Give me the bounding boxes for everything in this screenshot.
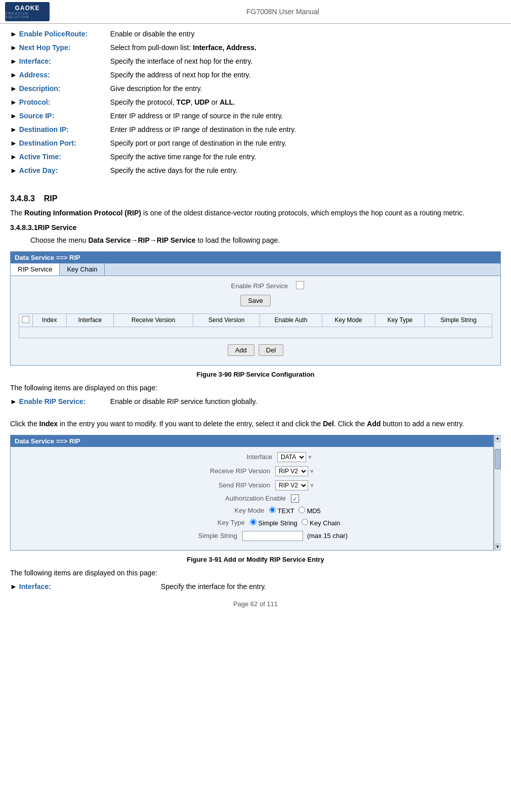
arrow-icon: ► bbox=[10, 97, 17, 108]
rip-table-wrap: Index Interface Receive Version Send Ver… bbox=[16, 310, 495, 341]
col-enable-auth: Enable Auth bbox=[260, 313, 322, 327]
simple-string-input[interactable] bbox=[242, 531, 303, 541]
fields-list: ► Enable PoliceRoute: Enable or disable … bbox=[10, 29, 501, 176]
form-row-key-type: Key Type Simple String Key Chain bbox=[16, 519, 488, 527]
interface-select[interactable]: DATA bbox=[277, 452, 306, 462]
field-label-7: Destination IP: bbox=[19, 124, 110, 135]
field-enable-rip: ► Enable RIP Service: Enable or disable … bbox=[10, 396, 501, 407]
key-mode-text-radio[interactable] bbox=[269, 507, 276, 513]
arrow-icon: ► bbox=[10, 138, 17, 149]
field-label-2: Interface: bbox=[19, 56, 110, 67]
field-interface-desc: Specify the interface for the entry. bbox=[161, 581, 501, 592]
arrow-icon: ► bbox=[10, 581, 17, 592]
key-type-simple-radio-label[interactable]: Simple String bbox=[250, 519, 297, 527]
simple-string-hint: (max 15 char) bbox=[307, 532, 348, 539]
col-interface: Interface bbox=[66, 313, 114, 327]
form-row-receive-version: Receive RIP Version RIP V2 ▼ bbox=[16, 466, 488, 476]
arrow-icon: ► bbox=[10, 111, 17, 121]
page-number: Page 62 of 111 bbox=[10, 600, 501, 608]
save-btn-row: Save bbox=[16, 295, 495, 306]
field-desc-0: Enable or disable the entry bbox=[110, 29, 501, 39]
field-desc-10: Specify the active days for the rule ent… bbox=[110, 165, 501, 176]
form-label-interface: Interface bbox=[191, 453, 272, 461]
logo-area: GAOKE CREATIVE SOLUTION bbox=[0, 0, 55, 23]
del-button[interactable]: Del bbox=[259, 344, 284, 356]
field-enable-rip-desc: Enable or disable RIP service function g… bbox=[110, 396, 501, 407]
save-button[interactable]: Save bbox=[240, 295, 271, 306]
form-label-key-mode: Key Mode bbox=[183, 507, 264, 514]
field-desc-1: Select from pull-down list: Interface, A… bbox=[110, 42, 501, 53]
col-receive-version: Receive Version bbox=[114, 313, 193, 327]
col-send-version: Send Version bbox=[193, 313, 260, 327]
auth-checkmark: ✓ bbox=[292, 495, 297, 503]
scrollbar-down-arrow[interactable]: ▼ bbox=[495, 544, 501, 551]
field-interface-row: ► Interface: Specify the interface for t… bbox=[10, 581, 501, 592]
arrow-icon: ► bbox=[10, 70, 17, 80]
arrow-icon: ► bbox=[10, 56, 17, 67]
field-desc-9: Specify the active time range for the ru… bbox=[110, 152, 501, 162]
form-label-send-version: Send RIP Version bbox=[189, 481, 270, 489]
field-label-0: Enable PoliceRoute: bbox=[19, 29, 110, 39]
subsection-heading-1: 3.4.8.3.1RIP Service bbox=[10, 223, 501, 232]
logo-brand: GAOKE bbox=[15, 5, 39, 12]
field-enable-rip-label: Enable RIP Service: bbox=[19, 396, 110, 407]
form-label-key-type: Key Type bbox=[164, 519, 245, 526]
enable-rip-row: Enable RIP Service bbox=[16, 281, 495, 291]
form-row-simple-string: Simple String (max 15 char) bbox=[16, 531, 488, 541]
scrollbar[interactable]: ▲ ▼ bbox=[494, 435, 501, 551]
receive-version-select[interactable]: RIP V2 bbox=[275, 466, 308, 476]
send-version-select[interactable]: RIP V2 bbox=[275, 480, 308, 490]
figure-caption-2: Figure 3-91 Add or Modify RIP Service En… bbox=[10, 556, 501, 563]
field-desc-4: Give description for the entry. bbox=[110, 83, 501, 94]
section-heading: 3.4.8.3 RIP bbox=[10, 194, 501, 203]
panel-body-2: Interface DATA ▼ Receive RIP Version RIP… bbox=[11, 447, 493, 550]
field-desc-8: Specify port or port range of destinatio… bbox=[110, 138, 501, 149]
logo-box: GAOKE CREATIVE SOLUTION bbox=[5, 2, 50, 21]
arrow-icon: ► bbox=[10, 29, 17, 39]
empty-row bbox=[19, 327, 492, 338]
form-label-auth-enable: Authorization Enable bbox=[205, 494, 286, 502]
tab-key-chain[interactable]: Key Chain bbox=[60, 263, 105, 276]
key-type-chain-radio-label[interactable]: Key Chain bbox=[302, 519, 340, 527]
field-desc-3: Specify the address of next hop for the … bbox=[110, 70, 501, 80]
logo-subtitle: CREATIVE SOLUTION bbox=[5, 12, 50, 19]
field-label-3: Address: bbox=[19, 70, 110, 80]
arrow-icon: ► bbox=[10, 83, 17, 94]
field-label-10: Active Day: bbox=[19, 165, 110, 176]
tab-rip-service[interactable]: RIP Service bbox=[11, 263, 60, 276]
key-type-simple-radio[interactable] bbox=[250, 519, 257, 525]
key-mode-text-radio-label[interactable]: TEXT bbox=[269, 507, 294, 515]
enable-rip-checkbox[interactable] bbox=[296, 281, 304, 289]
field-desc-6: Enter IP address or IP range of source i… bbox=[110, 111, 501, 121]
add-del-row: Add Del bbox=[16, 344, 495, 356]
form-row-send-version: Send RIP Version RIP V2 ▼ bbox=[16, 480, 488, 490]
key-mode-md5-radio[interactable] bbox=[299, 507, 305, 513]
scrollbar-thumb[interactable] bbox=[495, 449, 501, 469]
enable-rip-label: Enable RIP Service bbox=[207, 282, 288, 290]
arrow-icon: ► bbox=[10, 42, 17, 53]
scrollbar-up-arrow[interactable]: ▲ bbox=[495, 435, 501, 442]
rip-entry-panel: Data Service ==> RIP Interface DATA ▼ Re… bbox=[10, 435, 494, 551]
field-interface-label: Interface: bbox=[19, 581, 110, 592]
page-header-title: FG7008N User Manual bbox=[246, 8, 319, 16]
col-simple-string: Simple String bbox=[425, 313, 492, 327]
arrow-icon: ► bbox=[10, 152, 17, 162]
field-desc-7: Enter IP address or IP range of destinat… bbox=[110, 124, 501, 135]
form-row-key-mode: Key Mode TEXT MD5 bbox=[16, 507, 488, 515]
key-mode-md5-radio-label[interactable]: MD5 bbox=[299, 507, 321, 515]
field-label-9: Active Time: bbox=[19, 152, 110, 162]
rip-entry-panel-wrap: Data Service ==> RIP Interface DATA ▼ Re… bbox=[10, 435, 501, 551]
rip-table: Index Interface Receive Version Send Ver… bbox=[19, 313, 492, 338]
field-label-1: Next Hop Type: bbox=[19, 42, 110, 53]
field-desc-2: Specify the interface of next hop for th… bbox=[110, 56, 501, 67]
body-text-3: Click the Index in the entry you want to… bbox=[10, 418, 501, 429]
panel-body-1: Enable RIP Service Save Index Interface … bbox=[11, 276, 500, 365]
panel-header-1: Data Service ==> RIP bbox=[11, 252, 500, 263]
field-label-6: Source IP: bbox=[19, 111, 110, 121]
field-label-4: Description: bbox=[19, 83, 110, 94]
key-type-chain-radio[interactable] bbox=[302, 519, 308, 525]
arrow-icon: ► bbox=[10, 124, 17, 135]
field-label-8: Destination Port: bbox=[19, 138, 110, 149]
add-button[interactable]: Add bbox=[228, 344, 254, 356]
body-text-2: The following items are displayed on thi… bbox=[10, 382, 501, 393]
